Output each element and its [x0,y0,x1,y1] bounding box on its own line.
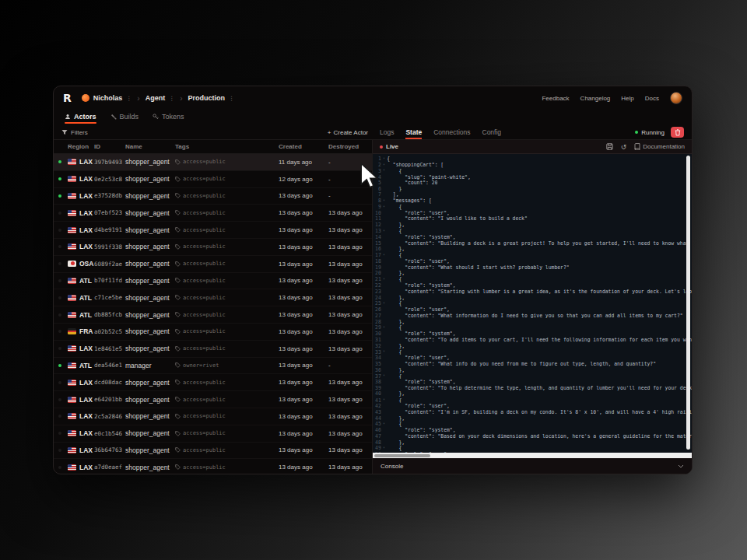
line-number: 13 [373,228,381,234]
fold-arrow-icon[interactable]: ▾ [381,348,387,355]
destroy-actor-button[interactable] [671,127,684,138]
save-state-button[interactable] [606,143,613,150]
profile-avatar[interactable] [670,92,682,104]
tab-config[interactable]: Config [482,125,502,139]
switcher-icon[interactable]: ⋮ [229,96,234,101]
table-row[interactable]: LAX 07ebf523 shopper_agent access=public… [54,205,372,222]
docs-link[interactable]: Docs [645,95,659,102]
table-row[interactable]: LAX e0c1b546 shopper_agent access=public… [54,425,372,443]
table-row[interactable]: LAX e37528db shopper_agent access=public… [54,188,372,205]
fold-arrow-icon[interactable]: ▾ [381,324,387,331]
line-number: 34 [373,355,381,361]
chevron-down-icon[interactable] [678,464,684,468]
changelog-link[interactable]: Changelog [580,95,611,102]
table-row[interactable]: LAX a7d0eaef shopper_agent access=public… [54,459,372,474]
col-destroyed[interactable]: Destroyed [328,143,367,150]
fold-arrow-icon[interactable]: ▾ [381,162,387,168]
refresh-button[interactable]: ↺ [621,144,627,150]
fold-arrow-icon[interactable]: ▾ [381,373,387,379]
table-row[interactable]: LAX dcd08dac shopper_agent access=public… [54,374,372,391]
line-number: 3 [373,168,381,174]
table-row[interactable]: LAX 397b9493 shopper_agent access=public… [54,154,372,171]
code-text: "role": "user", [387,306,450,313]
tab-builds[interactable]: Builds [110,110,139,123]
filters-button[interactable]: Filters [61,129,88,136]
table-row[interactable]: ATL b70f11fd shopper_agent access=public… [54,273,372,290]
app-header: R Nicholas ⋮ › Agent ⋮ › Production ⋮ [54,86,692,110]
fold-arrow-icon[interactable]: ▾ [381,168,387,174]
code-text: }, [387,246,405,252]
created-cell: 13 days ago [279,192,328,199]
create-actor-button[interactable]: + Create Actor [328,129,368,136]
actor-status-dot-icon [58,330,61,333]
table-row[interactable]: ATL dea546e1 manager owner=rivet 13 days… [54,358,372,375]
help-link[interactable]: Help [621,95,633,102]
console-bar[interactable]: Console [373,458,692,474]
code-line: 5 ▾ "count": 20 [373,180,692,186]
breadcrumb-environment[interactable]: Production ⋮ [188,94,234,102]
col-name[interactable]: Name [125,143,175,150]
col-id[interactable]: ID [94,143,125,150]
tab-state[interactable]: State [405,125,422,139]
tag-icon [175,210,181,215]
tag-icon [175,244,181,250]
vertical-scrollbar[interactable] [686,156,690,450]
table-row[interactable]: LAX 5991f338 shopper_agent access=public… [54,239,372,256]
documentation-link[interactable]: Documentation [634,143,685,150]
region-flag-icon [68,210,76,216]
switcher-icon[interactable]: ⋮ [169,96,174,101]
col-tags[interactable]: Tags [175,143,279,150]
tab-tokens[interactable]: Tokens [153,110,184,123]
destroyed-cell: 13 days ago [328,464,367,471]
feedback-link[interactable]: Feedback [542,95,569,102]
table-row[interactable]: LAX 1e8461e5 shopper_agent access=public… [54,341,372,358]
fold-arrow-icon[interactable]: ▾ [381,156,387,162]
state-actions: ↺ Documentation [606,143,685,150]
fold-arrow-icon[interactable]: ▾ [381,204,387,210]
fold-arrow-icon[interactable]: ▾ [381,300,387,306]
table-row[interactable]: LAX d4be9191 shopper_agent access=public… [54,222,372,239]
code-line: 7 ▾ ], [373,192,692,198]
line-number: 18 [373,258,381,264]
region-flag-icon [68,243,76,250]
live-indicator[interactable]: Live [380,143,398,150]
breadcrumb-project[interactable]: Agent ⋮ [146,94,175,102]
table-row[interactable]: OSA 6089f2ae shopper_agent access=public… [54,256,372,273]
switcher-icon[interactable]: ⋮ [126,96,132,101]
tab-connections[interactable]: Connections [433,125,470,139]
running-dot-icon [635,131,638,134]
actor-name: shopper_agent [125,192,175,200]
code-text: "role": "system", [387,427,455,433]
line-number: 1 [373,156,381,162]
actor-status-dot-icon [58,415,61,418]
fold-arrow-icon[interactable]: ▾ [381,228,387,234]
col-created[interactable]: Created [279,143,328,150]
region-cell: LAX [68,345,94,352]
horizontal-scrollbar-thumb[interactable] [374,454,430,457]
code-text: "content": "I'm in SF, building a deck o… [387,409,692,415]
fold-arrow-icon[interactable]: ▾ [381,421,387,427]
table-row[interactable]: LAX 0e2c53c8 shopper_agent access=public… [54,171,372,188]
tab-logs[interactable]: Logs [380,125,394,139]
tab-actors[interactable]: Actors [65,110,96,123]
tags-cell: access=public [175,261,279,267]
fold-arrow-icon[interactable]: ▾ [381,276,387,282]
horizontal-scrollbar[interactable] [373,453,692,458]
code-text: { [387,168,402,174]
table-row[interactable]: LAX 36b64763 shopper_agent access=public… [54,443,372,460]
fold-arrow-icon[interactable]: ▾ [381,397,387,403]
table-row[interactable]: LAX 2c5a2846 shopper_agent access=public… [54,408,372,425]
breadcrumb-user[interactable]: Nicholas ⋮ [82,94,132,102]
col-region[interactable]: Region [68,143,94,150]
table-row[interactable]: ATL db885fcb shopper_agent access=public… [54,306,372,324]
actor-id: dcd08dac [94,379,125,386]
rivet-logo[interactable]: R [63,92,71,104]
region-flag-icon [68,397,76,403]
fold-arrow-icon[interactable]: ▾ [381,252,387,258]
table-row[interactable]: LAX e64201bb shopper_agent access=public… [54,391,372,408]
fold-arrow-icon[interactable]: ▾ [381,445,387,451]
state-code-editor[interactable]: 1 ▾ { 2 ▾ "shoppingCart": [ 3 ▾ { [373,154,692,458]
fold-arrow-icon[interactable]: ▾ [381,198,387,204]
table-row[interactable]: FRA a02b52c5 shopper_agent access=public… [54,324,372,341]
table-row[interactable]: ATL c71ce5be shopper_agent access=public… [54,289,372,306]
